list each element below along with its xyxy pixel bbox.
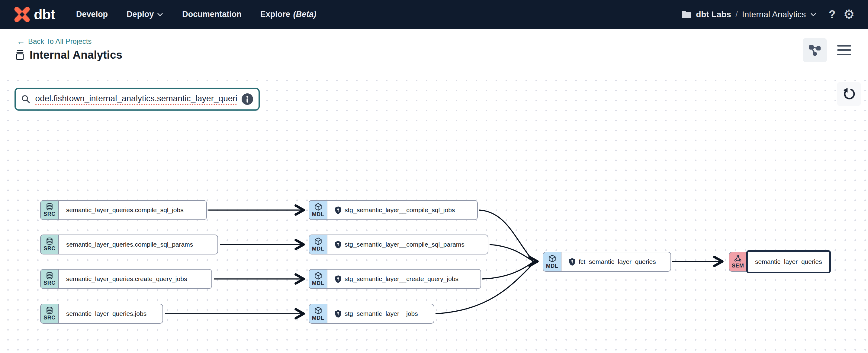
node-label: semantic_layer_queries.compile_sql_jobs <box>66 206 184 214</box>
shield-lock-icon <box>335 206 342 214</box>
node-type-badge: SRC <box>41 270 59 288</box>
node-type-badge: SRC <box>41 235 59 254</box>
cube-icon <box>314 237 322 245</box>
chevron-down-icon <box>157 12 163 17</box>
nav-deploy[interactable]: Deploy <box>127 10 163 19</box>
project-name: Internal Analytics <box>742 10 806 19</box>
node-label: stg_semantic_layer__compile_sql_params <box>345 241 465 248</box>
dbt-wordmark: dbt <box>34 6 55 23</box>
nav-explore[interactable]: Explore (Beta) <box>260 10 316 19</box>
cube-icon <box>314 203 322 211</box>
node-source-compile-sql-params[interactable]: SRC semantic_layer_queries.compile_sql_p… <box>40 235 218 255</box>
node-semantic-layer-queries-selected[interactable]: SEM semantic_layer_queries <box>729 252 831 272</box>
database-icon <box>45 203 54 211</box>
folder-icon <box>681 10 692 19</box>
node-type-badge: MDL <box>543 252 561 271</box>
node-type-badge: SRC <box>41 304 59 323</box>
lineage-canvas[interactable]: odel.fishtown_internal_analytics.semanti… <box>0 71 868 353</box>
database-icon <box>45 272 54 280</box>
node-type-badge: SRC <box>41 201 59 219</box>
shield-lock-icon <box>335 241 342 249</box>
node-label: stg_semantic_layer__jobs <box>345 310 418 317</box>
node-type-badge: MDL <box>309 270 328 288</box>
settings-gear-icon[interactable]: ⚙ <box>843 8 855 21</box>
chevron-down-icon <box>810 12 817 17</box>
node-model-fct-semantic-layer-queries[interactable]: MDL fct_semantic_layer_queries <box>543 252 671 272</box>
node-type-badge: SEM <box>729 252 747 272</box>
lineage-graph-icon <box>808 43 822 57</box>
cube-icon <box>548 255 556 263</box>
node-label: fct_semantic_layer_queries <box>579 258 656 265</box>
node-label: semantic_layer_queries.create_query_jobs <box>66 275 187 283</box>
node-label: semantic_layer_queries.compile_sql_param… <box>66 241 193 248</box>
node-type-badge: MDL <box>309 235 328 254</box>
reset-rotate-icon <box>842 87 856 101</box>
back-arrow-icon: ← <box>17 36 25 46</box>
node-model-stg-compile-sql-jobs[interactable]: MDL stg_semantic_layer__compile_sql_jobs <box>309 200 478 220</box>
search-value: odel.fishtown_internal_analytics.semanti… <box>35 94 237 105</box>
nav-develop[interactable]: Develop <box>76 10 108 19</box>
node-model-stg-compile-sql-params[interactable]: MDL stg_semantic_layer__compile_sql_para… <box>309 235 488 255</box>
dbt-logo[interactable]: dbt <box>13 6 55 23</box>
node-model-stg-jobs[interactable]: MDL stg_semantic_layer__jobs <box>309 304 434 324</box>
cube-icon <box>314 272 322 280</box>
dbt-logo-icon <box>13 6 31 23</box>
semantic-graph-icon <box>734 255 742 262</box>
node-label: stg_semantic_layer__create_query_jobs <box>345 275 459 283</box>
database-icon <box>45 237 54 245</box>
node-label: semantic_layer_queries <box>755 258 822 265</box>
database-icon <box>45 306 54 314</box>
account-project-switcher[interactable]: dbt Labs / Internal Analytics <box>681 10 817 19</box>
project-header: ← Back To All Projects Internal Analytic… <box>0 29 868 71</box>
main-nav: Develop Deploy Documentation Explore (Be… <box>76 10 316 19</box>
page-title: Internal Analytics <box>15 49 122 61</box>
nav-documentation[interactable]: Documentation <box>182 10 242 19</box>
menu-hamburger-button[interactable] <box>837 44 851 56</box>
node-type-badge: MDL <box>309 304 328 323</box>
shield-lock-icon <box>335 310 342 318</box>
cube-icon <box>314 306 322 315</box>
node-source-create-query-jobs[interactable]: SRC semantic_layer_queries.create_query_… <box>40 269 212 289</box>
navbar-right: dbt Labs / Internal Analytics ? ⚙ <box>681 8 855 21</box>
account-name: dbt Labs <box>696 10 731 19</box>
lineage-search-input[interactable]: odel.fishtown_internal_analytics.semanti… <box>14 88 260 111</box>
node-label: stg_semantic_layer__compile_sql_jobs <box>345 206 455 214</box>
node-source-jobs[interactable]: SRC semantic_layer_queries.jobs <box>40 304 163 324</box>
node-type-badge: MDL <box>309 201 328 219</box>
header-actions <box>803 29 851 71</box>
search-icon <box>21 94 31 104</box>
shield-lock-icon <box>335 275 342 283</box>
lineage-view-button[interactable] <box>803 38 827 62</box>
reset-view-button[interactable] <box>837 82 861 106</box>
shield-lock-icon <box>569 258 576 266</box>
back-to-projects-link[interactable]: ← Back To All Projects <box>17 36 92 46</box>
info-icon[interactable] <box>242 93 253 105</box>
project-icon <box>15 50 25 60</box>
help-icon[interactable]: ? <box>829 8 835 21</box>
node-model-stg-create-query-jobs[interactable]: MDL stg_semantic_layer__create_query_job… <box>309 269 481 289</box>
breadcrumb-separator: / <box>736 10 738 19</box>
node-label: semantic_layer_queries.jobs <box>66 310 147 317</box>
top-navbar: dbt Develop Deploy Documentation Explore… <box>0 0 868 29</box>
beta-tag: (Beta) <box>293 10 316 19</box>
node-source-compile-sql-jobs[interactable]: SRC semantic_layer_queries.compile_sql_j… <box>40 200 207 220</box>
